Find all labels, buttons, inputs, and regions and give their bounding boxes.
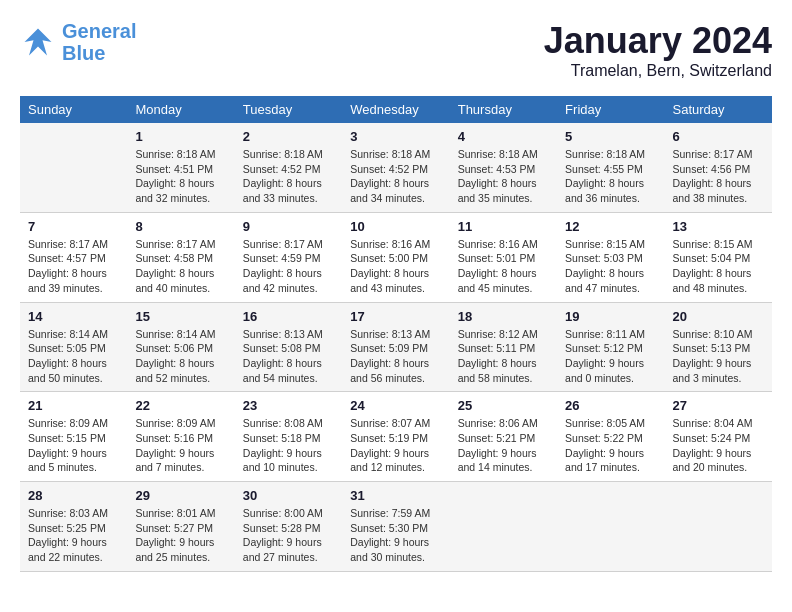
day-info: Sunrise: 8:12 AM Sunset: 5:11 PM Dayligh… (458, 327, 549, 386)
day-number: 21 (28, 398, 119, 413)
day-number: 31 (350, 488, 441, 503)
calendar-cell: 10Sunrise: 8:16 AM Sunset: 5:00 PM Dayli… (342, 212, 449, 302)
day-number: 10 (350, 219, 441, 234)
day-number: 6 (673, 129, 764, 144)
day-info: Sunrise: 8:16 AM Sunset: 5:01 PM Dayligh… (458, 237, 549, 296)
calendar-cell: 3Sunrise: 8:18 AM Sunset: 4:52 PM Daylig… (342, 123, 449, 212)
calendar-cell: 6Sunrise: 8:17 AM Sunset: 4:56 PM Daylig… (665, 123, 772, 212)
calendar-cell: 4Sunrise: 8:18 AM Sunset: 4:53 PM Daylig… (450, 123, 557, 212)
day-number: 9 (243, 219, 334, 234)
calendar-cell: 13Sunrise: 8:15 AM Sunset: 5:04 PM Dayli… (665, 212, 772, 302)
calendar-cell: 26Sunrise: 8:05 AM Sunset: 5:22 PM Dayli… (557, 392, 664, 482)
day-info: Sunrise: 8:11 AM Sunset: 5:12 PM Dayligh… (565, 327, 656, 386)
day-info: Sunrise: 8:17 AM Sunset: 4:59 PM Dayligh… (243, 237, 334, 296)
calendar-cell: 20Sunrise: 8:10 AM Sunset: 5:13 PM Dayli… (665, 302, 772, 392)
day-number: 26 (565, 398, 656, 413)
logo-line1: General (62, 20, 136, 42)
day-number: 29 (135, 488, 226, 503)
calendar-cell: 24Sunrise: 8:07 AM Sunset: 5:19 PM Dayli… (342, 392, 449, 482)
calendar-cell: 30Sunrise: 8:00 AM Sunset: 5:28 PM Dayli… (235, 482, 342, 572)
day-info: Sunrise: 8:03 AM Sunset: 5:25 PM Dayligh… (28, 506, 119, 565)
day-number: 25 (458, 398, 549, 413)
day-number: 22 (135, 398, 226, 413)
logo-icon (20, 24, 56, 60)
calendar-cell: 12Sunrise: 8:15 AM Sunset: 5:03 PM Dayli… (557, 212, 664, 302)
calendar-cell: 5Sunrise: 8:18 AM Sunset: 4:55 PM Daylig… (557, 123, 664, 212)
day-number: 2 (243, 129, 334, 144)
month-title: January 2024 (544, 20, 772, 62)
weekday-header-row: SundayMondayTuesdayWednesdayThursdayFrid… (20, 96, 772, 123)
logo: General Blue (20, 20, 136, 64)
page-header: General Blue January 2024 Tramelan, Bern… (20, 20, 772, 80)
calendar-cell: 1Sunrise: 8:18 AM Sunset: 4:51 PM Daylig… (127, 123, 234, 212)
day-info: Sunrise: 8:15 AM Sunset: 5:04 PM Dayligh… (673, 237, 764, 296)
day-info: Sunrise: 8:13 AM Sunset: 5:08 PM Dayligh… (243, 327, 334, 386)
day-number: 12 (565, 219, 656, 234)
day-number: 19 (565, 309, 656, 324)
weekday-header-thursday: Thursday (450, 96, 557, 123)
day-info: Sunrise: 8:04 AM Sunset: 5:24 PM Dayligh… (673, 416, 764, 475)
day-number: 30 (243, 488, 334, 503)
day-info: Sunrise: 8:18 AM Sunset: 4:53 PM Dayligh… (458, 147, 549, 206)
day-number: 16 (243, 309, 334, 324)
weekday-header-saturday: Saturday (665, 96, 772, 123)
day-number: 24 (350, 398, 441, 413)
week-row-4: 21Sunrise: 8:09 AM Sunset: 5:15 PM Dayli… (20, 392, 772, 482)
day-info: Sunrise: 8:13 AM Sunset: 5:09 PM Dayligh… (350, 327, 441, 386)
calendar-cell: 14Sunrise: 8:14 AM Sunset: 5:05 PM Dayli… (20, 302, 127, 392)
logo-line2: Blue (62, 42, 105, 64)
calendar-cell: 2Sunrise: 8:18 AM Sunset: 4:52 PM Daylig… (235, 123, 342, 212)
weekday-header-wednesday: Wednesday (342, 96, 449, 123)
day-info: Sunrise: 8:17 AM Sunset: 4:58 PM Dayligh… (135, 237, 226, 296)
calendar-cell: 31Sunrise: 7:59 AM Sunset: 5:30 PM Dayli… (342, 482, 449, 572)
day-number: 23 (243, 398, 334, 413)
day-info: Sunrise: 8:17 AM Sunset: 4:56 PM Dayligh… (673, 147, 764, 206)
day-info: Sunrise: 8:06 AM Sunset: 5:21 PM Dayligh… (458, 416, 549, 475)
week-row-3: 14Sunrise: 8:14 AM Sunset: 5:05 PM Dayli… (20, 302, 772, 392)
day-info: Sunrise: 8:16 AM Sunset: 5:00 PM Dayligh… (350, 237, 441, 296)
day-info: Sunrise: 8:18 AM Sunset: 4:51 PM Dayligh… (135, 147, 226, 206)
svg-marker-0 (25, 29, 52, 56)
calendar-cell: 27Sunrise: 8:04 AM Sunset: 5:24 PM Dayli… (665, 392, 772, 482)
calendar-cell: 17Sunrise: 8:13 AM Sunset: 5:09 PM Dayli… (342, 302, 449, 392)
day-number: 28 (28, 488, 119, 503)
calendar-cell: 7Sunrise: 8:17 AM Sunset: 4:57 PM Daylig… (20, 212, 127, 302)
day-info: Sunrise: 8:18 AM Sunset: 4:52 PM Dayligh… (243, 147, 334, 206)
logo-text: General Blue (62, 20, 136, 64)
day-number: 17 (350, 309, 441, 324)
calendar-table: SundayMondayTuesdayWednesdayThursdayFrid… (20, 96, 772, 572)
calendar-cell: 28Sunrise: 8:03 AM Sunset: 5:25 PM Dayli… (20, 482, 127, 572)
day-number: 15 (135, 309, 226, 324)
day-number: 11 (458, 219, 549, 234)
day-number: 20 (673, 309, 764, 324)
day-number: 1 (135, 129, 226, 144)
calendar-cell (557, 482, 664, 572)
weekday-header-sunday: Sunday (20, 96, 127, 123)
day-info: Sunrise: 8:15 AM Sunset: 5:03 PM Dayligh… (565, 237, 656, 296)
title-block: January 2024 Tramelan, Bern, Switzerland (544, 20, 772, 80)
calendar-cell: 22Sunrise: 8:09 AM Sunset: 5:16 PM Dayli… (127, 392, 234, 482)
day-info: Sunrise: 7:59 AM Sunset: 5:30 PM Dayligh… (350, 506, 441, 565)
calendar-cell: 25Sunrise: 8:06 AM Sunset: 5:21 PM Dayli… (450, 392, 557, 482)
day-number: 13 (673, 219, 764, 234)
day-info: Sunrise: 8:14 AM Sunset: 5:05 PM Dayligh… (28, 327, 119, 386)
weekday-header-monday: Monday (127, 96, 234, 123)
day-info: Sunrise: 8:17 AM Sunset: 4:57 PM Dayligh… (28, 237, 119, 296)
location-subtitle: Tramelan, Bern, Switzerland (544, 62, 772, 80)
weekday-header-tuesday: Tuesday (235, 96, 342, 123)
day-number: 4 (458, 129, 549, 144)
day-info: Sunrise: 8:01 AM Sunset: 5:27 PM Dayligh… (135, 506, 226, 565)
day-info: Sunrise: 8:05 AM Sunset: 5:22 PM Dayligh… (565, 416, 656, 475)
calendar-cell: 11Sunrise: 8:16 AM Sunset: 5:01 PM Dayli… (450, 212, 557, 302)
calendar-cell: 18Sunrise: 8:12 AM Sunset: 5:11 PM Dayli… (450, 302, 557, 392)
day-info: Sunrise: 8:07 AM Sunset: 5:19 PM Dayligh… (350, 416, 441, 475)
day-number: 7 (28, 219, 119, 234)
day-number: 27 (673, 398, 764, 413)
day-number: 8 (135, 219, 226, 234)
calendar-cell: 21Sunrise: 8:09 AM Sunset: 5:15 PM Dayli… (20, 392, 127, 482)
day-info: Sunrise: 8:18 AM Sunset: 4:52 PM Dayligh… (350, 147, 441, 206)
weekday-header-friday: Friday (557, 96, 664, 123)
day-info: Sunrise: 8:00 AM Sunset: 5:28 PM Dayligh… (243, 506, 334, 565)
calendar-cell: 23Sunrise: 8:08 AM Sunset: 5:18 PM Dayli… (235, 392, 342, 482)
week-row-5: 28Sunrise: 8:03 AM Sunset: 5:25 PM Dayli… (20, 482, 772, 572)
